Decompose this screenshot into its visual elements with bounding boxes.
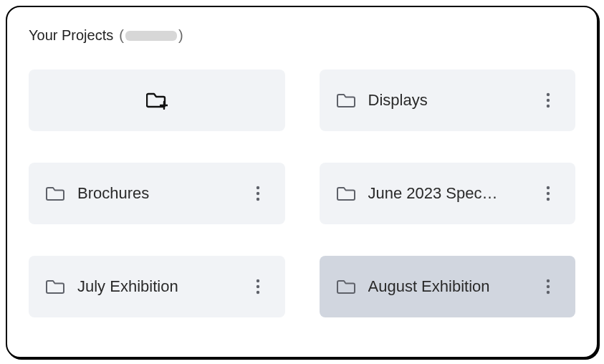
project-menu-button[interactable] (537, 182, 560, 205)
more-vertical-icon (546, 92, 550, 108)
project-tile-brochures[interactable]: Brochures (29, 163, 285, 224)
count-placeholder (125, 31, 177, 41)
project-tile-july-exhibition[interactable]: July Exhibition (29, 256, 285, 317)
section-header: Your Projects () (29, 27, 575, 44)
project-tile-august-exhibition[interactable]: August Exhibition (320, 256, 576, 317)
project-label: Brochures (77, 184, 238, 203)
projects-panel: Your Projects () Displays (6, 6, 598, 358)
svg-point-11 (256, 279, 259, 282)
more-vertical-icon (256, 186, 260, 201)
folder-icon (337, 92, 355, 108)
svg-point-14 (547, 279, 550, 282)
more-vertical-icon (256, 279, 260, 294)
project-label: July Exhibition (77, 277, 238, 296)
project-label: June 2023 Spec… (368, 184, 529, 203)
project-menu-button[interactable] (537, 275, 560, 298)
folder-icon (46, 279, 64, 294)
project-tile-june-2023[interactable]: June 2023 Spec… (320, 163, 576, 224)
section-title: Your Projects (29, 27, 113, 44)
svg-point-13 (256, 291, 259, 294)
svg-point-5 (256, 186, 259, 189)
svg-point-6 (256, 192, 259, 195)
svg-point-4 (547, 105, 550, 107)
svg-point-3 (547, 99, 550, 102)
project-tile-displays[interactable]: Displays (320, 70, 576, 131)
svg-point-7 (256, 198, 259, 201)
project-menu-button[interactable] (246, 275, 269, 298)
svg-point-9 (547, 192, 550, 195)
new-project-tile[interactable] (29, 70, 285, 131)
project-label: August Exhibition (368, 277, 529, 296)
project-label: Displays (368, 91, 529, 110)
project-menu-button[interactable] (537, 89, 560, 112)
projects-grid: Displays Brochures (29, 70, 575, 317)
svg-point-8 (547, 186, 550, 189)
svg-point-16 (547, 291, 550, 294)
svg-point-12 (256, 285, 259, 288)
project-count: () (119, 27, 183, 44)
more-vertical-icon (546, 279, 550, 294)
folder-icon (46, 186, 64, 201)
svg-point-10 (547, 198, 550, 201)
svg-point-15 (547, 285, 550, 288)
folder-icon (337, 279, 355, 294)
folder-plus-icon (146, 91, 168, 110)
svg-point-2 (547, 93, 550, 96)
project-menu-button[interactable] (246, 182, 269, 205)
folder-icon (337, 186, 355, 201)
more-vertical-icon (546, 186, 550, 201)
